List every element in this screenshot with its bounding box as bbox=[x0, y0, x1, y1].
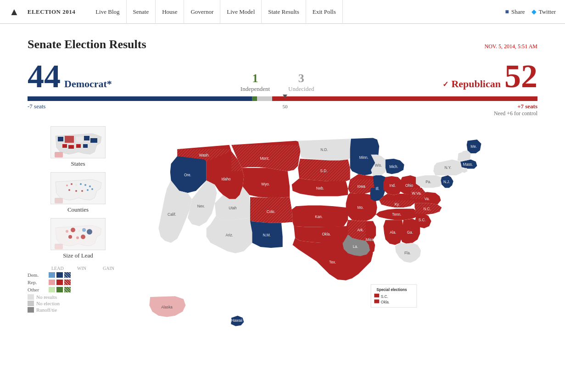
states-label: States bbox=[28, 160, 129, 168]
svg-rect-39 bbox=[300, 159, 350, 182]
facebook-icon: ■ bbox=[505, 8, 509, 16]
svg-point-25 bbox=[66, 230, 68, 233]
legend-gain-header: GAIN bbox=[103, 266, 129, 271]
state-AL[interactable] bbox=[383, 220, 403, 245]
states-thumbnail[interactable] bbox=[50, 126, 106, 158]
svg-point-19 bbox=[75, 190, 77, 192]
svg-rect-38 bbox=[250, 197, 293, 223]
state-AZ[interactable] bbox=[207, 216, 252, 253]
state-NM[interactable] bbox=[250, 221, 283, 248]
state-CT[interactable] bbox=[453, 168, 462, 174]
no-results-label: No results bbox=[36, 294, 57, 300]
svg-rect-6 bbox=[62, 144, 67, 148]
twitter-button[interactable]: ◆ Twitter bbox=[531, 8, 556, 16]
dem-count: 44 bbox=[28, 60, 61, 93]
svg-point-21 bbox=[87, 189, 89, 191]
und-label: Undecided bbox=[288, 85, 314, 93]
rep-label-text: Republican bbox=[451, 78, 501, 90]
nav-live-model[interactable]: Live Model bbox=[220, 0, 262, 24]
rep-lead-swatch bbox=[49, 280, 55, 285]
dem-label: Democrat* bbox=[64, 78, 112, 93]
nav-house[interactable]: House bbox=[156, 0, 184, 24]
nav-live-blog[interactable]: Live Blog bbox=[89, 0, 126, 24]
counties-label: Counties bbox=[28, 206, 129, 213]
main-nav: Live Blog Senate House Governor Live Mod… bbox=[89, 0, 343, 24]
svg-rect-3 bbox=[76, 137, 83, 142]
svg-rect-7 bbox=[68, 145, 74, 149]
twitter-icon: ◆ bbox=[531, 8, 537, 16]
svg-rect-10 bbox=[55, 152, 63, 157]
legend: LEAD WIN GAIN Dem. Rep. bbox=[28, 266, 129, 313]
legend-dem-label: Dem. bbox=[28, 272, 46, 278]
size-of-lead-thumbnail-section[interactable]: Size of Lead bbox=[28, 218, 129, 259]
dem-seats: -7 seats bbox=[28, 103, 45, 117]
counties-thumbnail[interactable] bbox=[50, 172, 106, 204]
rep-gain-swatch bbox=[64, 280, 71, 285]
no-results-swatch bbox=[28, 294, 34, 300]
svg-point-16 bbox=[84, 184, 86, 186]
state-AK[interactable] bbox=[149, 296, 185, 317]
share-button[interactable]: ■ Share bbox=[505, 8, 525, 16]
social-links: ■ Share ◆ Twitter bbox=[505, 8, 556, 16]
check-icon: ✓ bbox=[442, 80, 448, 89]
legend-other-row: Other bbox=[28, 287, 129, 292]
other-gain-swatch bbox=[64, 287, 71, 292]
twitter-label: Twitter bbox=[539, 8, 556, 16]
svg-rect-23 bbox=[55, 198, 63, 203]
map-container: Wash. Ore. Calif. Nev. Idaho Mont. bbox=[138, 126, 537, 370]
share-label: Share bbox=[511, 8, 525, 16]
svg-point-28 bbox=[82, 228, 86, 232]
timestamp: NOV. 5, 2014, 5:51 AM bbox=[485, 43, 537, 50]
se-sc-label: S.C. bbox=[381, 295, 388, 299]
se-ok-label: Okla. bbox=[381, 300, 390, 304]
page-title: Senate Election Results bbox=[28, 38, 146, 51]
state-ME[interactable] bbox=[467, 140, 481, 153]
ind-label: Independent bbox=[241, 85, 270, 93]
state-KS[interactable] bbox=[292, 205, 348, 227]
und-bar bbox=[257, 96, 272, 101]
size-of-lead-thumbnail[interactable] bbox=[50, 218, 106, 250]
ind-bar bbox=[252, 96, 257, 101]
se-ok-swatch bbox=[374, 299, 379, 303]
svg-point-13 bbox=[71, 183, 73, 185]
svg-point-17 bbox=[89, 185, 91, 187]
state-PA[interactable] bbox=[416, 175, 442, 188]
rep-swatches bbox=[49, 280, 71, 285]
svg-rect-2 bbox=[65, 136, 74, 143]
states-thumbnail-section[interactable]: States bbox=[28, 126, 129, 168]
legend-rep-row: Rep. bbox=[28, 280, 129, 285]
state-HI[interactable] bbox=[231, 316, 244, 326]
timestamp-time: 5:51 AM bbox=[518, 43, 537, 50]
dem-bar bbox=[28, 96, 252, 101]
svg-point-32 bbox=[81, 235, 85, 239]
rep-win-swatch bbox=[56, 280, 63, 285]
rep-seats: +7 seats bbox=[494, 103, 537, 110]
state-ND[interactable] bbox=[298, 139, 352, 160]
rep-bar bbox=[272, 96, 537, 101]
nav-senate[interactable]: Senate bbox=[127, 0, 156, 24]
state-WY[interactable] bbox=[242, 168, 290, 198]
runoff-swatch bbox=[28, 307, 34, 313]
nav-governor[interactable]: Governor bbox=[184, 0, 220, 24]
svg-rect-1 bbox=[58, 137, 63, 141]
state-MI[interactable] bbox=[386, 159, 404, 174]
nav-state-results[interactable]: State Results bbox=[262, 0, 306, 24]
rep-count: 52 bbox=[504, 60, 537, 93]
dem-gain-swatch bbox=[64, 272, 71, 278]
nav-exit-polls[interactable]: Exit Polls bbox=[306, 0, 343, 24]
state-TN[interactable] bbox=[376, 209, 418, 220]
rep-seats-block: +7 seats Need +6 for control bbox=[494, 103, 537, 117]
und-count: 3 bbox=[288, 72, 314, 85]
fifty-arrow-icon bbox=[283, 95, 287, 98]
svg-point-12 bbox=[66, 185, 68, 186]
scoreboard: 44 Democrat* 1 Independent 3 Undecided ✓… bbox=[28, 60, 537, 93]
state-NJ[interactable] bbox=[441, 175, 453, 188]
fifty-marker: 50 bbox=[283, 95, 288, 109]
legend-no-results: No results bbox=[28, 294, 129, 300]
counties-thumbnail-section[interactable]: Counties bbox=[28, 172, 129, 213]
state-FL[interactable] bbox=[395, 243, 421, 263]
election-title: ELECTION 2014 bbox=[28, 8, 75, 16]
svg-point-27 bbox=[78, 230, 80, 232]
legend-other-label: Other bbox=[28, 287, 46, 292]
nyt-logo: ▲ bbox=[9, 6, 19, 18]
